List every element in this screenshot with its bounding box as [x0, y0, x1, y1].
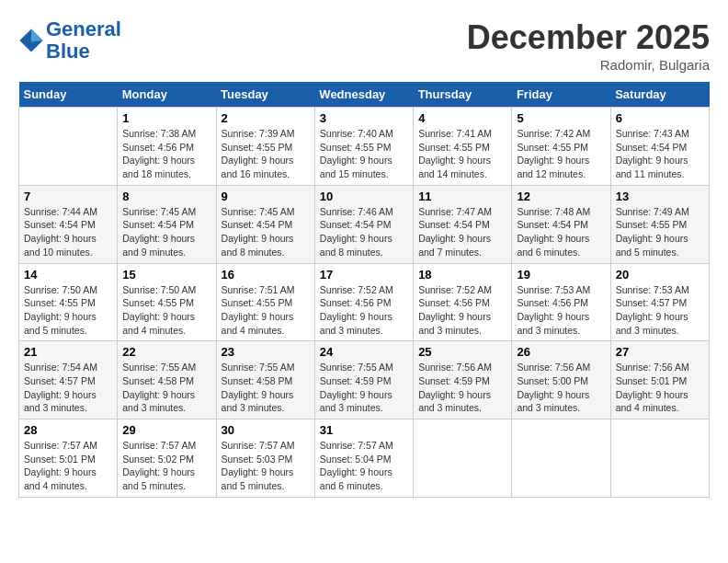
day-number: 22	[122, 345, 210, 359]
day-number: 5	[517, 111, 605, 125]
day-info: Sunrise: 7:57 AMSunset: 5:02 PMDaylight:…	[122, 439, 210, 493]
day-number: 4	[418, 111, 506, 125]
day-number: 25	[418, 345, 506, 359]
day-number: 11	[418, 190, 506, 203]
day-number: 10	[320, 190, 408, 203]
day-info: Sunrise: 7:55 AMSunset: 4:58 PMDaylight:…	[122, 361, 210, 415]
day-cell: 17Sunrise: 7:52 AMSunset: 4:56 PMDayligh…	[314, 263, 413, 341]
day-number: 19	[517, 268, 605, 282]
day-number: 8	[122, 190, 210, 203]
day-cell: 23Sunrise: 7:55 AMSunset: 4:58 PMDayligh…	[216, 341, 314, 419]
day-info: Sunrise: 7:53 AMSunset: 4:56 PMDaylight:…	[517, 283, 605, 338]
day-number: 7	[24, 190, 112, 203]
day-cell: 22Sunrise: 7:55 AMSunset: 4:58 PMDayligh…	[118, 341, 216, 419]
day-number: 28	[24, 423, 112, 437]
day-number: 20	[616, 268, 704, 282]
day-cell	[610, 419, 709, 498]
day-number: 27	[616, 345, 704, 359]
day-info: Sunrise: 7:48 AMSunset: 4:54 PMDaylight:…	[517, 205, 605, 259]
header-row: SundayMondayTuesdayWednesdayThursdayFrid…	[19, 82, 710, 108]
day-cell: 20Sunrise: 7:53 AMSunset: 4:57 PMDayligh…	[610, 263, 709, 341]
day-cell: 7Sunrise: 7:44 AMSunset: 4:54 PMDaylight…	[19, 185, 118, 263]
day-info: Sunrise: 7:57 AMSunset: 5:04 PMDaylight:…	[320, 439, 408, 493]
day-number: 14	[24, 268, 112, 282]
logo-line1: General	[46, 17, 121, 40]
day-cell: 24Sunrise: 7:55 AMSunset: 4:59 PMDayligh…	[314, 341, 413, 419]
day-info: Sunrise: 7:43 AMSunset: 4:54 PMDaylight:…	[616, 127, 704, 181]
day-cell: 4Sunrise: 7:41 AMSunset: 4:55 PMDaylight…	[414, 108, 512, 186]
logo-icon	[18, 28, 44, 53]
day-info: Sunrise: 7:57 AMSunset: 5:03 PMDaylight:…	[222, 439, 310, 493]
day-cell: 28Sunrise: 7:57 AMSunset: 5:01 PMDayligh…	[19, 419, 118, 498]
day-info: Sunrise: 7:44 AMSunset: 4:54 PMDaylight:…	[24, 205, 112, 259]
month-title: December 2025	[467, 18, 710, 57]
day-info: Sunrise: 7:56 AMSunset: 5:01 PMDaylight:…	[616, 361, 704, 415]
day-info: Sunrise: 7:55 AMSunset: 4:58 PMDaylight:…	[222, 361, 310, 415]
day-info: Sunrise: 7:52 AMSunset: 4:56 PMDaylight:…	[418, 283, 506, 338]
day-info: Sunrise: 7:45 AMSunset: 4:54 PMDaylight:…	[222, 205, 310, 259]
header-tuesday: Tuesday	[216, 82, 314, 108]
calendar-table: SundayMondayTuesdayWednesdayThursdayFrid…	[18, 82, 710, 498]
week-row-3: 14Sunrise: 7:50 AMSunset: 4:55 PMDayligh…	[19, 263, 710, 341]
day-cell: 9Sunrise: 7:45 AMSunset: 4:54 PMDaylight…	[216, 185, 314, 263]
day-number: 16	[222, 268, 310, 282]
day-cell: 19Sunrise: 7:53 AMSunset: 4:56 PMDayligh…	[512, 263, 610, 341]
day-info: Sunrise: 7:51 AMSunset: 4:55 PMDaylight:…	[222, 283, 310, 338]
page-header: General Blue December 2025 Radomir, Bulg…	[18, 18, 710, 73]
day-info: Sunrise: 7:38 AMSunset: 4:56 PMDaylight:…	[122, 127, 210, 181]
day-cell: 27Sunrise: 7:56 AMSunset: 5:01 PMDayligh…	[610, 341, 709, 419]
week-row-2: 7Sunrise: 7:44 AMSunset: 4:54 PMDaylight…	[19, 185, 710, 263]
day-cell: 10Sunrise: 7:46 AMSunset: 4:54 PMDayligh…	[314, 185, 413, 263]
header-friday: Friday	[512, 82, 610, 108]
day-number: 18	[418, 268, 506, 282]
day-info: Sunrise: 7:40 AMSunset: 4:55 PMDaylight:…	[320, 127, 408, 181]
day-number: 15	[122, 268, 210, 282]
day-info: Sunrise: 7:54 AMSunset: 4:57 PMDaylight:…	[24, 361, 112, 415]
day-number: 21	[24, 345, 112, 359]
day-cell: 31Sunrise: 7:57 AMSunset: 5:04 PMDayligh…	[314, 419, 413, 498]
day-info: Sunrise: 7:45 AMSunset: 4:54 PMDaylight:…	[122, 205, 210, 259]
location: Radomir, Bulgaria	[467, 57, 710, 73]
week-row-5: 28Sunrise: 7:57 AMSunset: 5:01 PMDayligh…	[19, 419, 710, 498]
day-number: 3	[320, 111, 408, 125]
day-cell: 8Sunrise: 7:45 AMSunset: 4:54 PMDaylight…	[118, 185, 216, 263]
header-wednesday: Wednesday	[314, 82, 413, 108]
day-number: 30	[222, 423, 310, 437]
day-info: Sunrise: 7:56 AMSunset: 5:00 PMDaylight:…	[517, 361, 605, 415]
day-number: 29	[122, 423, 210, 437]
header-thursday: Thursday	[414, 82, 512, 108]
day-cell: 16Sunrise: 7:51 AMSunset: 4:55 PMDayligh…	[216, 263, 314, 341]
day-cell: 15Sunrise: 7:50 AMSunset: 4:55 PMDayligh…	[118, 263, 216, 341]
day-info: Sunrise: 7:55 AMSunset: 4:59 PMDaylight:…	[320, 361, 408, 415]
day-cell: 13Sunrise: 7:49 AMSunset: 4:55 PMDayligh…	[610, 185, 709, 263]
header-sunday: Sunday	[19, 82, 118, 108]
header-saturday: Saturday	[610, 82, 709, 108]
week-row-1: 1Sunrise: 7:38 AMSunset: 4:56 PMDaylight…	[19, 108, 710, 186]
day-cell: 14Sunrise: 7:50 AMSunset: 4:55 PMDayligh…	[19, 263, 118, 341]
day-info: Sunrise: 7:50 AMSunset: 4:55 PMDaylight:…	[122, 283, 210, 338]
week-row-4: 21Sunrise: 7:54 AMSunset: 4:57 PMDayligh…	[19, 341, 710, 419]
day-number: 6	[616, 111, 704, 125]
day-number: 12	[517, 190, 605, 203]
day-info: Sunrise: 7:56 AMSunset: 4:59 PMDaylight:…	[418, 361, 506, 415]
day-cell	[414, 419, 512, 498]
day-cell: 29Sunrise: 7:57 AMSunset: 5:02 PMDayligh…	[118, 419, 216, 498]
day-cell: 18Sunrise: 7:52 AMSunset: 4:56 PMDayligh…	[414, 263, 512, 341]
day-info: Sunrise: 7:47 AMSunset: 4:54 PMDaylight:…	[418, 205, 506, 259]
day-number: 9	[222, 190, 310, 203]
day-cell	[19, 108, 118, 186]
day-info: Sunrise: 7:42 AMSunset: 4:55 PMDaylight:…	[517, 127, 605, 181]
day-cell: 26Sunrise: 7:56 AMSunset: 5:00 PMDayligh…	[512, 341, 610, 419]
day-number: 1	[122, 111, 210, 125]
day-info: Sunrise: 7:49 AMSunset: 4:55 PMDaylight:…	[616, 205, 704, 259]
day-info: Sunrise: 7:52 AMSunset: 4:56 PMDaylight:…	[320, 283, 408, 338]
day-cell: 12Sunrise: 7:48 AMSunset: 4:54 PMDayligh…	[512, 185, 610, 263]
day-number: 24	[320, 345, 408, 359]
day-cell: 2Sunrise: 7:39 AMSunset: 4:55 PMDaylight…	[216, 108, 314, 186]
day-cell: 6Sunrise: 7:43 AMSunset: 4:54 PMDaylight…	[610, 108, 709, 186]
day-cell: 11Sunrise: 7:47 AMSunset: 4:54 PMDayligh…	[414, 185, 512, 263]
day-cell: 1Sunrise: 7:38 AMSunset: 4:56 PMDaylight…	[118, 108, 216, 186]
logo-line2: Blue	[46, 40, 90, 63]
day-number: 23	[222, 345, 310, 359]
day-cell	[512, 419, 610, 498]
